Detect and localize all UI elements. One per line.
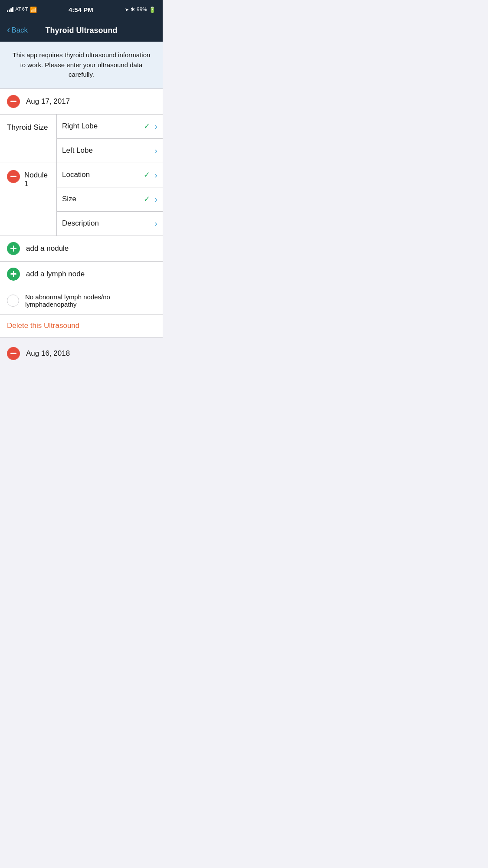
no-lymph-nodes-checkbox[interactable] xyxy=(7,295,19,307)
add-lymph-node-button[interactable] xyxy=(7,268,20,281)
right-lobe-chevron-icon: › xyxy=(154,121,157,131)
left-lobe-row[interactable]: Left Lobe › xyxy=(57,138,163,163)
back-chevron-icon: ‹ xyxy=(7,25,10,35)
remove-ultrasound-2-button[interactable] xyxy=(7,347,20,360)
right-lobe-label: Right Lobe xyxy=(62,122,144,131)
thyroid-size-items: Right Lobe ✓ › Left Lobe › xyxy=(56,115,163,163)
nodule-location-row[interactable]: Location ✓ › xyxy=(57,163,163,187)
date-row-1: Aug 17, 2017 xyxy=(0,89,163,115)
status-left: AT&T 📶 xyxy=(7,7,37,13)
ultrasound-1-section: Aug 17, 2017 Thyroid Size Right Lobe ✓ ›… xyxy=(0,89,163,337)
carrier-label: AT&T xyxy=(15,7,28,13)
right-lobe-row[interactable]: Right Lobe ✓ › xyxy=(57,115,163,138)
no-lymph-nodes-row[interactable]: No abnormal lymph nodes/no lymphadenopat… xyxy=(0,287,163,314)
bluetooth-icon: ✱ xyxy=(131,7,135,13)
right-lobe-check-icon: ✓ xyxy=(144,121,150,131)
left-lobe-label: Left Lobe xyxy=(62,146,154,155)
nodule-1-section: Nodule 1 Location ✓ › Size ✓ › Descripti… xyxy=(0,163,163,236)
nodule-description-row[interactable]: Description › xyxy=(57,211,163,236)
battery-percent: 99% xyxy=(137,7,147,13)
ultrasound-1-date: Aug 17, 2017 xyxy=(26,97,70,106)
delete-ultrasound-row[interactable]: Delete this Ultrasound xyxy=(0,314,163,337)
left-lobe-chevron-icon: › xyxy=(154,146,157,156)
delete-ultrasound-label: Delete this Ultrasound xyxy=(7,321,79,330)
nodule-1-label: Nodule 1 xyxy=(24,170,49,188)
back-button[interactable]: ‹ Back xyxy=(7,26,28,35)
ultrasound-2-date: Aug 16, 2018 xyxy=(26,349,70,358)
nodule-size-label: Size xyxy=(62,195,144,203)
nodule-size-check-icon: ✓ xyxy=(144,194,150,204)
add-nodule-row[interactable]: add a nodule xyxy=(0,236,163,262)
remove-ultrasound-1-button[interactable] xyxy=(7,95,20,108)
no-lymph-nodes-label: No abnormal lymph nodes/no lymphadenopat… xyxy=(25,293,156,308)
wifi-icon: 📶 xyxy=(30,7,37,13)
date-row-2: Aug 16, 2018 xyxy=(0,341,163,366)
status-bar: AT&T 📶 4:54 PM ➤ ✱ 99% 🔋 xyxy=(0,0,163,19)
status-time: 4:54 PM xyxy=(69,6,93,13)
add-nodule-button[interactable] xyxy=(7,242,20,255)
add-lymph-node-label: add a lymph node xyxy=(26,270,85,278)
nav-bar: ‹ Back Thyroid Ultrasound xyxy=(0,19,163,42)
nodule-location-chevron-icon: › xyxy=(154,170,157,180)
add-lymph-node-row[interactable]: add a lymph node xyxy=(0,262,163,287)
nodule-1-label-col: Nodule 1 xyxy=(0,163,56,236)
info-banner: This app requires thyroid ultrasound inf… xyxy=(0,42,163,89)
info-banner-text: This app requires thyroid ultrasound inf… xyxy=(13,51,151,78)
status-right: ➤ ✱ 99% 🔋 xyxy=(125,7,156,13)
nodule-description-label: Description xyxy=(62,219,154,228)
nodule-1-items: Location ✓ › Size ✓ › Description › xyxy=(56,163,163,236)
nodule-description-chevron-icon: › xyxy=(154,219,157,229)
remove-nodule-1-button[interactable] xyxy=(7,170,20,183)
nodule-size-chevron-icon: › xyxy=(154,194,157,204)
signal-bars-icon xyxy=(7,7,13,12)
thyroid-size-section: Thyroid Size Right Lobe ✓ › Left Lobe › xyxy=(0,115,163,163)
nodule-location-label: Location xyxy=(62,170,144,179)
location-icon: ➤ xyxy=(125,7,129,13)
battery-icon: 🔋 xyxy=(149,7,156,13)
page-title: Thyroid Ultrasound xyxy=(46,26,118,35)
back-label: Back xyxy=(11,26,28,35)
nodule-location-check-icon: ✓ xyxy=(144,170,150,180)
add-nodule-label: add a nodule xyxy=(26,244,69,253)
thyroid-size-label: Thyroid Size xyxy=(0,115,56,163)
nodule-size-row[interactable]: Size ✓ › xyxy=(57,187,163,211)
